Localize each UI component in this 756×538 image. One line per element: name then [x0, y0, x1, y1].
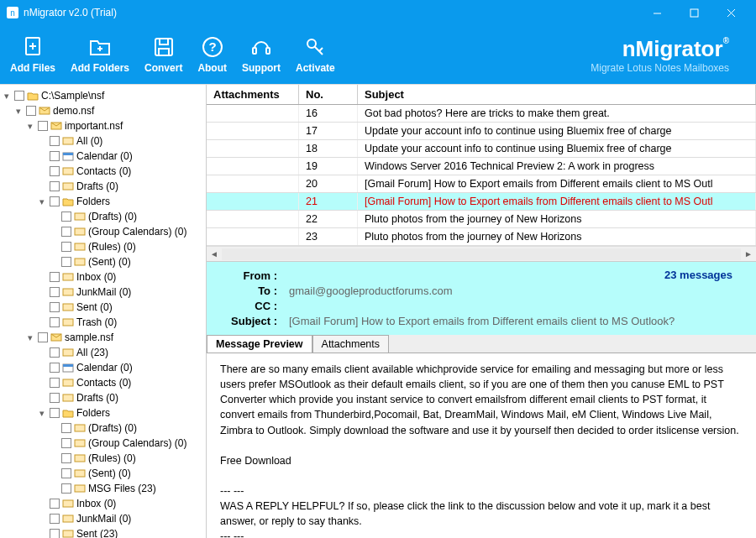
tree-node[interactable]: ▾sample.nsf	[2, 330, 204, 345]
table-row[interactable]: 21[Gmail Forum] How to Export emails fro…	[207, 193, 756, 211]
checkbox[interactable]	[61, 257, 71, 267]
tree-node[interactable]: Drafts (0)	[2, 390, 204, 405]
folder-tree[interactable]: ▾C:\Sample\nsf▾demo.nsf▾important.nsfAll…	[0, 85, 207, 538]
tree-node[interactable]: (Rules) (0)	[2, 451, 204, 466]
horizontal-scrollbar[interactable]: ◄ ►	[207, 246, 756, 261]
tree-node[interactable]: (Group Calendars) (0)	[2, 224, 204, 239]
close-button[interactable]	[712, 0, 749, 25]
tree-node[interactable]: (Sent) (0)	[2, 466, 204, 481]
expand-toggle-icon[interactable]: ▾	[25, 332, 35, 343]
tree-node[interactable]: All (0)	[2, 133, 204, 149]
checkbox[interactable]	[50, 196, 60, 206]
svg-rect-25	[63, 183, 73, 190]
checkbox[interactable]	[14, 91, 24, 101]
table-row[interactable]: 19Windows Server 2016 Technical Preview …	[207, 158, 756, 175]
tab-attachments[interactable]: Attachments	[312, 335, 389, 353]
checkbox[interactable]	[50, 136, 60, 146]
col-attachments[interactable]: Attachments	[207, 85, 299, 104]
checkbox[interactable]	[50, 166, 60, 176]
tree-node[interactable]: (Drafts) (0)	[2, 209, 204, 224]
table-row[interactable]: 23Pluto photos from the journey of New H…	[207, 228, 756, 246]
checkbox[interactable]	[61, 212, 71, 222]
expand-toggle-icon[interactable]: ▾	[25, 121, 35, 132]
checkbox[interactable]	[50, 393, 60, 403]
tree-node[interactable]: ▾demo.nsf	[2, 103, 204, 118]
folder-icon	[74, 212, 86, 222]
tree-node[interactable]: Sent (0)	[2, 300, 204, 315]
tree-node[interactable]: Trash (0)	[2, 315, 204, 330]
table-row[interactable]: 16Got bad photos? Here are tricks to mak…	[207, 105, 756, 123]
tree-node[interactable]: (Drafts) (0)	[2, 420, 204, 436]
checkbox[interactable]	[38, 121, 48, 131]
tree-node[interactable]: Inbox (0)	[2, 496, 204, 511]
checkbox[interactable]	[61, 227, 71, 237]
minimize-button[interactable]	[638, 0, 675, 25]
add-files-button[interactable]: Add Files	[10, 35, 55, 74]
expand-toggle-icon[interactable]: ▾	[13, 106, 24, 117]
tree-node[interactable]: ▾Folders	[2, 194, 204, 209]
preview-tabs: Message Preview Attachments	[207, 335, 756, 353]
add-folders-button[interactable]: Add Folders	[71, 35, 129, 74]
tree-node[interactable]: (Rules) (0)	[2, 239, 204, 254]
support-button[interactable]: Support	[242, 35, 281, 74]
tree-node[interactable]: JunkMail (0)	[2, 285, 204, 300]
about-button[interactable]: ? About	[197, 35, 227, 74]
checkbox[interactable]	[50, 499, 60, 509]
tree-node[interactable]: ▾Folders	[2, 405, 204, 420]
tree-node[interactable]: Contacts (0)	[2, 375, 204, 390]
maximize-button[interactable]	[675, 0, 712, 25]
tree-node[interactable]: Calendar (0)	[2, 149, 204, 164]
checkbox[interactable]	[26, 106, 36, 116]
checkbox[interactable]	[50, 347, 60, 358]
checkbox[interactable]	[61, 242, 71, 252]
message-body[interactable]: There are so many emails client availabl…	[207, 353, 756, 538]
email-grid: Attachments No. Subject 16Got bad photos…	[207, 85, 756, 262]
checkbox[interactable]	[50, 151, 60, 161]
tree-node[interactable]: Inbox (0)	[2, 269, 204, 285]
tree-node[interactable]: (Group Calendars) (0)	[2, 436, 204, 451]
checkbox[interactable]	[61, 468, 71, 478]
table-row[interactable]: 20[Gmail Forum] How to Export emails fro…	[207, 175, 756, 193]
checkbox[interactable]	[61, 438, 71, 448]
tree-node[interactable]: (Sent) (0)	[2, 254, 204, 269]
convert-button[interactable]: Convert	[144, 35, 182, 74]
cell-attachments	[207, 228, 299, 245]
tab-message-preview[interactable]: Message Preview	[207, 335, 312, 353]
tree-node[interactable]: Drafts (0)	[2, 179, 204, 194]
tree-node[interactable]: ▾C:\Sample\nsf	[2, 88, 204, 103]
checkbox[interactable]	[61, 483, 71, 494]
expand-toggle-icon[interactable]: ▾	[37, 408, 47, 419]
tree-node[interactable]: ▾important.nsf	[2, 118, 204, 133]
col-subject[interactable]: Subject	[358, 85, 756, 104]
checkbox[interactable]	[50, 272, 60, 282]
table-row[interactable]: 18Update your account info to continue u…	[207, 140, 756, 158]
table-row[interactable]: 17Update your account info to continue u…	[207, 123, 756, 140]
checkbox[interactable]	[50, 317, 60, 327]
col-no[interactable]: No.	[299, 85, 358, 104]
activate-button[interactable]: Activate	[296, 35, 335, 74]
checkbox[interactable]	[50, 181, 60, 191]
checkbox[interactable]	[38, 332, 48, 342]
expand-toggle-icon[interactable]: ▾	[37, 196, 47, 207]
tree-node-label: All (0)	[76, 135, 102, 147]
tree-node[interactable]: Calendar (0)	[2, 360, 204, 375]
tree-node[interactable]: All (23)	[2, 345, 204, 360]
scroll-left-icon[interactable]: ◄	[207, 247, 222, 262]
checkbox[interactable]	[61, 423, 71, 433]
checkbox[interactable]	[50, 514, 60, 524]
checkbox[interactable]	[50, 408, 60, 418]
tree-node[interactable]: JunkMail (0)	[2, 511, 204, 526]
expand-toggle-icon[interactable]: ▾	[2, 91, 12, 102]
scroll-right-icon[interactable]: ►	[741, 247, 756, 262]
checkbox[interactable]	[50, 287, 60, 297]
checkbox[interactable]	[50, 529, 60, 538]
checkbox[interactable]	[61, 453, 71, 463]
table-row[interactable]: 22Pluto photos from the journey of New H…	[207, 211, 756, 228]
tree-node-label: (Sent) (0)	[88, 467, 131, 479]
tree-node[interactable]: Sent (23)	[2, 526, 204, 538]
checkbox[interactable]	[50, 378, 60, 388]
checkbox[interactable]	[50, 302, 60, 312]
tree-node[interactable]: Contacts (0)	[2, 164, 204, 179]
tree-node[interactable]: MSG Files (23)	[2, 481, 204, 496]
checkbox[interactable]	[50, 363, 60, 373]
